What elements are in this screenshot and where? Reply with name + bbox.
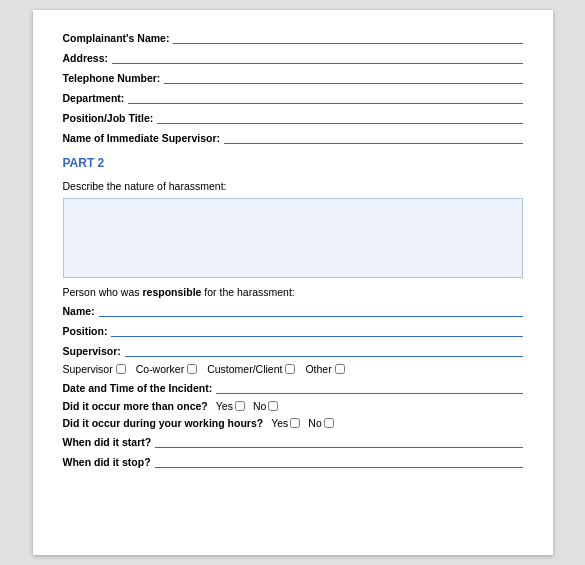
supervisor-checkbox[interactable] bbox=[116, 364, 126, 374]
occur-yes-label: Yes bbox=[216, 400, 233, 412]
telephone-row: Telephone Number: bbox=[63, 70, 523, 84]
role-checkbox-row: Supervisor Co-worker Customer/Client Oth… bbox=[63, 363, 523, 375]
department-row: Department: bbox=[63, 90, 523, 104]
cb-supervisor[interactable]: Supervisor bbox=[63, 363, 126, 375]
when-start-input[interactable] bbox=[155, 434, 522, 448]
resp-name-label: Name: bbox=[63, 305, 95, 317]
occur-once-label: Did it occur more than once? bbox=[63, 400, 208, 412]
resp-supervisor-row: Supervisor: bbox=[63, 343, 523, 357]
complainants-name-label: Complainant's Name: bbox=[63, 32, 170, 44]
address-row: Address: bbox=[63, 50, 523, 64]
date-time-input[interactable] bbox=[216, 380, 522, 394]
working-no-checkbox[interactable] bbox=[324, 418, 334, 428]
supervisor-name-input[interactable] bbox=[224, 130, 522, 144]
working-hours-label: Did it occur during your working hours? bbox=[63, 417, 264, 429]
cb-customer-client[interactable]: Customer/Client bbox=[207, 363, 295, 375]
cb-customer-client-label: Customer/Client bbox=[207, 363, 282, 375]
when-start-row: When did it start? bbox=[63, 434, 523, 448]
when-stop-label: When did it stop? bbox=[63, 456, 151, 468]
date-time-row: Date and Time of the Incident: bbox=[63, 380, 523, 394]
occur-no-checkbox[interactable] bbox=[268, 401, 278, 411]
working-yes-label: Yes bbox=[271, 417, 288, 429]
department-input[interactable] bbox=[128, 90, 522, 104]
occur-once-row: Did it occur more than once? Yes No bbox=[63, 400, 523, 412]
when-stop-row: When did it stop? bbox=[63, 454, 523, 468]
telephone-input[interactable] bbox=[164, 70, 522, 84]
resp-supervisor-label: Supervisor: bbox=[63, 345, 121, 357]
department-label: Department: bbox=[63, 92, 125, 104]
address-input[interactable] bbox=[112, 50, 522, 64]
address-label: Address: bbox=[63, 52, 109, 64]
resp-position-label: Position: bbox=[63, 325, 108, 337]
form-page: Complainant's Name: Address: Telephone N… bbox=[33, 10, 553, 555]
working-no-item[interactable]: No bbox=[308, 417, 333, 429]
when-stop-input[interactable] bbox=[155, 454, 523, 468]
other-checkbox[interactable] bbox=[335, 364, 345, 374]
cb-other-label: Other bbox=[305, 363, 331, 375]
customer-client-checkbox[interactable] bbox=[285, 364, 295, 374]
occur-yes-checkbox[interactable] bbox=[235, 401, 245, 411]
describe-label: Describe the nature of harassment: bbox=[63, 180, 523, 192]
resp-position-row: Position: bbox=[63, 323, 523, 337]
supervisor-name-label: Name of Immediate Supervisor: bbox=[63, 132, 221, 144]
position-label: Position/Job Title: bbox=[63, 112, 154, 124]
coworker-checkbox[interactable] bbox=[187, 364, 197, 374]
occur-yes-item[interactable]: Yes bbox=[216, 400, 245, 412]
supervisor-name-row: Name of Immediate Supervisor: bbox=[63, 130, 523, 144]
resp-supervisor-input[interactable] bbox=[125, 343, 523, 357]
cb-supervisor-label: Supervisor bbox=[63, 363, 113, 375]
occur-no-item[interactable]: No bbox=[253, 400, 278, 412]
cb-other[interactable]: Other bbox=[305, 363, 344, 375]
working-yes-item[interactable]: Yes bbox=[271, 417, 300, 429]
position-row: Position/Job Title: bbox=[63, 110, 523, 124]
position-input[interactable] bbox=[157, 110, 522, 124]
occur-no-label: No bbox=[253, 400, 266, 412]
resp-name-row: Name: bbox=[63, 303, 523, 317]
working-no-label: No bbox=[308, 417, 321, 429]
working-yes-checkbox[interactable] bbox=[290, 418, 300, 428]
resp-position-input[interactable] bbox=[111, 323, 522, 337]
cb-coworker[interactable]: Co-worker bbox=[136, 363, 197, 375]
date-time-label: Date and Time of the Incident: bbox=[63, 382, 213, 394]
complainants-name-row: Complainant's Name: bbox=[63, 30, 523, 44]
working-hours-row: Did it occur during your working hours? … bbox=[63, 417, 523, 429]
when-start-label: When did it start? bbox=[63, 436, 152, 448]
cb-coworker-label: Co-worker bbox=[136, 363, 184, 375]
telephone-label: Telephone Number: bbox=[63, 72, 161, 84]
part2-heading: PART 2 bbox=[63, 156, 523, 170]
complainants-name-input[interactable] bbox=[173, 30, 522, 44]
responsible-label: Person who was responsible for the haras… bbox=[63, 286, 523, 298]
describe-textarea[interactable] bbox=[63, 198, 523, 278]
resp-name-input[interactable] bbox=[99, 303, 523, 317]
